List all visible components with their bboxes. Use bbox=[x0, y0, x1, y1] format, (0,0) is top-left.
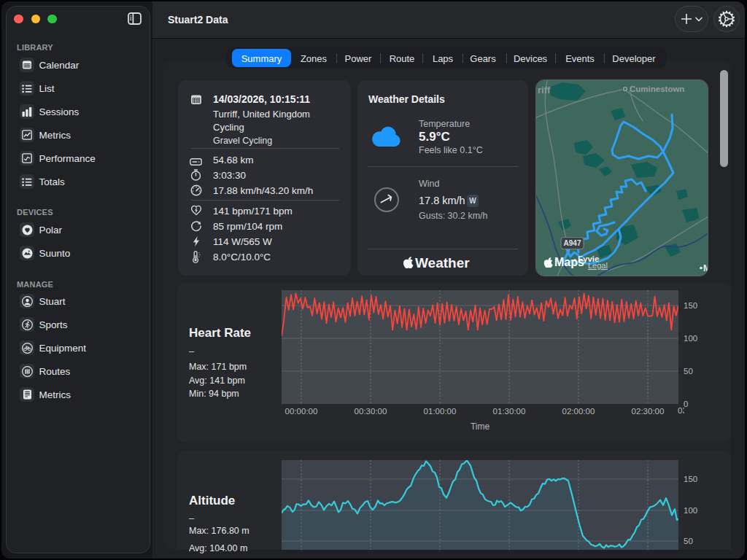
svg-text:Legal: Legal bbox=[588, 261, 608, 270]
svg-text:A947: A947 bbox=[564, 239, 581, 247]
svg-text:riff: riff bbox=[538, 85, 551, 96]
svg-text:Cuminestown: Cuminestown bbox=[630, 85, 684, 93]
